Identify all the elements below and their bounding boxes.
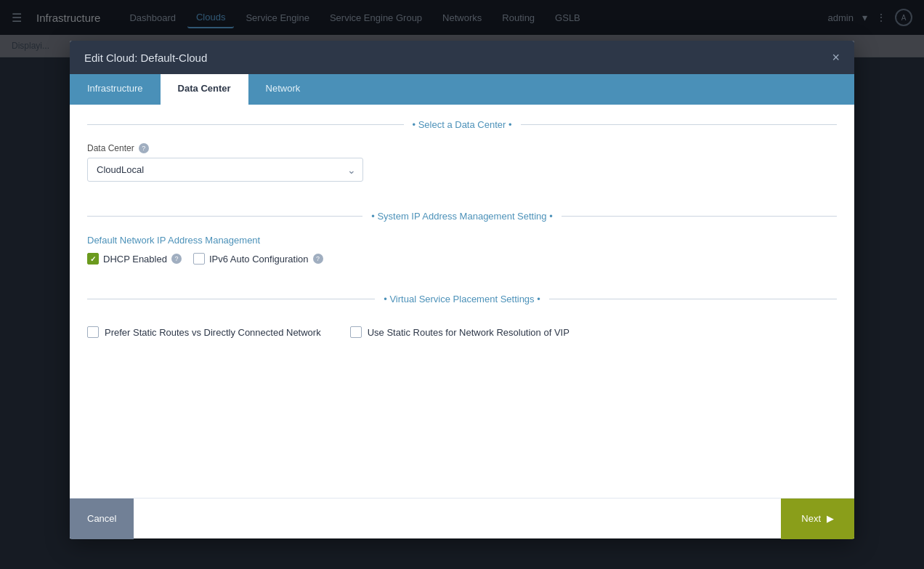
tab-infrastructure[interactable]: Infrastructure [70, 74, 161, 105]
tab-network[interactable]: Network [248, 74, 318, 105]
data-center-select[interactable]: CloudLocal DataCenter1 DataCenter2 [87, 158, 363, 182]
edit-cloud-modal: Edit Cloud: Default-Cloud × Infrastructu… [70, 41, 854, 538]
data-center-select-wrap: CloudLocal DataCenter1 DataCenter2 ⌄ [87, 158, 363, 182]
placement-section-title: • Virtual Service Placement Settings • [375, 294, 549, 304]
placement-divider: • Virtual Service Placement Settings • [70, 279, 854, 312]
static-routes-checkbox[interactable] [87, 326, 99, 338]
modal-overlay: Edit Cloud: Default-Cloud × Infrastructu… [0, 0, 924, 569]
data-center-form: Data Center ? CloudLocal DataCenter1 Dat… [70, 137, 854, 196]
modal-close-button[interactable]: × [832, 51, 840, 64]
next-icon: ▶ [827, 513, 834, 524]
dhcp-checkbox[interactable] [87, 253, 99, 265]
static-routes-item: Prefer Static Routes vs Directly Connect… [87, 326, 321, 338]
dhcp-checkbox-item: DHCP Enabled ? [87, 253, 182, 265]
ip-mgmt-link[interactable]: Default Network IP Address Management [87, 235, 837, 246]
cancel-button[interactable]: Cancel [70, 499, 134, 539]
dhcp-help-icon[interactable]: ? [171, 254, 182, 264]
ipv6-checkbox[interactable] [193, 253, 205, 265]
ip-divider-line-left [87, 216, 362, 217]
modal-tabs: Infrastructure Data Center Network [70, 74, 854, 105]
data-center-label: Data Center ? [87, 143, 837, 153]
ip-mgmt-divider: • System IP Address Management Setting • [70, 196, 854, 229]
ip-divider-line-right [562, 216, 837, 217]
divider-line-right [521, 124, 838, 125]
data-center-section-title: • Select a Data Center • [404, 119, 521, 130]
placement-divider-line-left [87, 299, 375, 299]
body-spacer [70, 352, 854, 498]
ip-mgmt-checkboxes: DHCP Enabled ? IPv6 Auto Configuration ? [87, 253, 837, 265]
data-center-divider: • Select a Data Center • [70, 105, 854, 137]
placement-checkboxes: Prefer Static Routes vs Directly Connect… [87, 326, 837, 338]
data-center-help-icon[interactable]: ? [139, 143, 149, 153]
modal-body: • Select a Data Center • Data Center ? C… [70, 105, 854, 498]
vip-routes-checkbox[interactable] [350, 326, 362, 338]
vip-routes-label: Use Static Routes for Network Resolution… [368, 327, 570, 338]
dhcp-label: DHCP Enabled [103, 254, 167, 265]
ipv6-checkbox-item: IPv6 Auto Configuration ? [193, 253, 323, 265]
modal-footer: Cancel Next ▶ [70, 498, 854, 538]
ip-mgmt-form: Default Network IP Address Management DH… [70, 229, 854, 279]
modal-title: Edit Cloud: Default-Cloud [84, 52, 207, 64]
placement-form: Prefer Static Routes vs Directly Connect… [70, 312, 854, 352]
tab-data-center[interactable]: Data Center [161, 74, 248, 105]
ip-mgmt-section-title: • System IP Address Management Setting • [362, 211, 562, 222]
next-label: Next [801, 513, 821, 524]
ipv6-help-icon[interactable]: ? [313, 254, 323, 264]
placement-divider-line-right [549, 299, 837, 299]
ipv6-label: IPv6 Auto Configuration [209, 254, 309, 265]
vip-routes-item: Use Static Routes for Network Resolution… [350, 326, 570, 338]
divider-line-left [87, 124, 404, 125]
static-routes-label: Prefer Static Routes vs Directly Connect… [105, 327, 321, 338]
next-button[interactable]: Next ▶ [781, 499, 854, 539]
modal-header: Edit Cloud: Default-Cloud × [70, 41, 854, 74]
